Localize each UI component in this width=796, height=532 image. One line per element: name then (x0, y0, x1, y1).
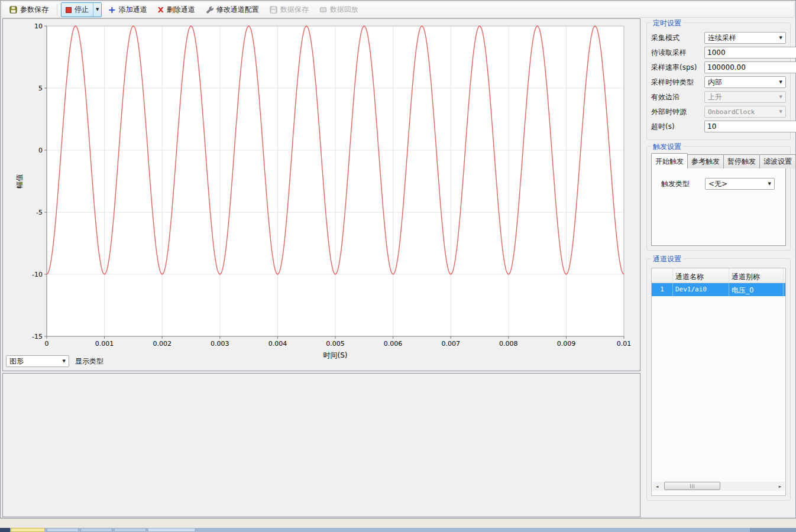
chevron-down-icon: ▼ (96, 8, 99, 12)
stop-icon (66, 7, 72, 13)
taskbar-tray[interactable] (750, 528, 796, 532)
trigger-group-title: 触发设置 (651, 142, 683, 152)
超时(s)-spinner: ▲▼ (704, 121, 791, 132)
svg-text:0.004: 0.004 (268, 340, 287, 348)
tab-暂停触发[interactable]: 暂停触发 (723, 154, 760, 168)
field-label: 超时(s) (651, 122, 704, 132)
tab-参考触发[interactable]: 参考触发 (687, 154, 724, 168)
外部时钟源-select: OnboardClock ▼ (704, 106, 786, 118)
chevron-down-icon: ▼ (779, 110, 782, 114)
wrench-icon (206, 6, 213, 14)
tab-滤波设置[interactable]: 滤波设置 (759, 154, 796, 168)
modify-channel-config-label: 修改通道配置 (216, 5, 259, 15)
save-params-label: 参数保存 (20, 5, 48, 15)
field-label: 有效边沿 (651, 92, 704, 102)
floppy-icon (270, 6, 277, 14)
floppy-icon (9, 6, 17, 14)
row-index: 1 (652, 283, 673, 296)
field-label: 采样时钟类型 (651, 77, 704, 87)
svg-text:0.005: 0.005 (326, 340, 345, 348)
channel-table: 通道名称通道别称最大值 1Dev1/ai0电压_010 ◄ ► (651, 268, 786, 496)
status-strip (0, 518, 796, 528)
data-playback-label: 数据回放 (330, 5, 358, 15)
采集模式-select[interactable]: 连续采样 ▼ (704, 32, 786, 44)
timing-row: 外部时钟源 OnboardClock ▼ (651, 106, 786, 118)
svg-text:0.003: 0.003 (211, 340, 229, 348)
trigger-type-value: <无> (708, 179, 727, 189)
svg-text:0.002: 0.002 (153, 340, 172, 348)
add-channel-label: 添加通道 (119, 5, 147, 15)
taskbar-button[interactable] (148, 528, 195, 532)
chart-panel: 1050-5-10-1500.0010.0020.0030.0040.0050.… (2, 18, 640, 371)
scrollbar-thumb[interactable] (664, 482, 720, 490)
stop-button[interactable]: 停止 (62, 3, 93, 17)
tab-开始触发[interactable]: 开始触发 (651, 153, 688, 168)
taskbar-button[interactable] (11, 528, 45, 532)
scroll-left-icon[interactable]: ◄ (652, 484, 662, 488)
taskbar (0, 528, 796, 532)
timing-group: 定时设置 采集模式 连续采样 ▼待读取采样 ▲▼采样速率(sps) ▲▼采样时钟… (646, 22, 791, 140)
taskbar-button[interactable] (47, 528, 79, 532)
scroll-right-icon[interactable]: ► (775, 484, 785, 488)
超时(s)-input[interactable] (704, 121, 796, 132)
save-params-button[interactable]: 参数保存 (5, 2, 53, 17)
采样时钟类型-select[interactable]: 内部 ▼ (704, 76, 786, 88)
taskbar-button[interactable] (114, 528, 146, 532)
field-label: 采集模式 (651, 33, 704, 43)
scrollbar-track[interactable] (662, 482, 775, 491)
column-header[interactable]: 通道名称 (673, 268, 729, 283)
svg-text:-15: -15 (32, 333, 43, 340)
有效边沿-select: 上升 ▼ (704, 91, 786, 103)
save-data-label: 数据保存 (280, 5, 309, 15)
stop-dropdown-arrow[interactable]: ▼ (93, 3, 101, 17)
channel-name: Dev1/ai0 (673, 283, 729, 296)
trigger-tabs: 开始触发参考触发暂停触发滤波设置 (651, 155, 786, 168)
trigger-tab-content: 触发类型 <无> ▼ (651, 168, 786, 246)
svg-text:0.01: 0.01 (617, 340, 632, 348)
add-channel-button[interactable]: +添加通道 (103, 2, 151, 17)
trigger-type-select[interactable]: <无> ▼ (705, 178, 775, 190)
field-label: 外部时钟源 (651, 107, 704, 117)
svg-text:0.001: 0.001 (95, 340, 114, 348)
display-type-label: 显示类型 (75, 356, 103, 366)
playback-icon (319, 6, 327, 14)
field-label: 采样速率(sps) (651, 63, 704, 73)
modify-channel-config-button[interactable]: 修改通道配置 (201, 2, 264, 17)
channel-alias: 电压_0 (729, 283, 784, 296)
timing-row: 采样速率(sps) ▲▼ (651, 61, 786, 73)
combo-value: OnboardClock (708, 108, 755, 116)
timing-row: 采样时钟类型 内部 ▼ (651, 76, 786, 88)
chevron-down-icon: ▼ (779, 80, 782, 85)
plus-icon: + (108, 7, 115, 14)
svg-text:0: 0 (45, 340, 49, 348)
display-type-value: 图形 (9, 356, 24, 366)
timing-row: 超时(s) ▲▼ (651, 121, 786, 132)
field-label: 待读取采样 (651, 48, 704, 58)
display-type-select[interactable]: 图形 ▼ (6, 355, 69, 367)
chevron-down-icon: ▼ (779, 36, 782, 40)
taskbar-button[interactable] (80, 528, 112, 532)
svg-text:0.008: 0.008 (499, 340, 518, 348)
column-header[interactable]: 通道别称 (729, 268, 784, 283)
save-data-button: 数据保存 (265, 2, 313, 17)
timing-group-title: 定时设置 (651, 18, 683, 28)
column-header[interactable] (652, 268, 673, 283)
waveform-chart: 1050-5-10-1500.0010.0020.0030.0040.0050.… (3, 19, 640, 371)
channel-row[interactable]: 1Dev1/ai0电压_010 (652, 283, 785, 296)
cross-icon: X (158, 6, 164, 14)
channel-table-header: 通道名称通道别称最大值 (652, 268, 785, 283)
delete-channel-button[interactable]: X删除通道 (153, 2, 200, 17)
combo-value: 连续采样 (708, 33, 736, 43)
channels-group: 通道设置 通道名称通道别称最大值 1Dev1/ai0电压_010 ◄ ► (646, 258, 791, 501)
column-header[interactable]: 最大值 (784, 268, 786, 283)
toolbar-separator (57, 4, 57, 15)
trigger-group: 触发设置 开始触发参考触发暂停触发滤波设置 触发类型 <无> ▼ (646, 146, 791, 251)
taskbar-start[interactable] (0, 528, 10, 532)
svg-text:5: 5 (38, 85, 43, 92)
horizontal-scrollbar[interactable]: ◄ ► (652, 482, 785, 491)
svg-text:0.009: 0.009 (557, 340, 576, 348)
采样速率(sps)-spinner: ▲▼ (704, 61, 791, 73)
svg-text:-5: -5 (36, 209, 43, 216)
采样速率(sps)-input[interactable] (704, 61, 796, 73)
待读取采样-input[interactable] (704, 47, 796, 59)
